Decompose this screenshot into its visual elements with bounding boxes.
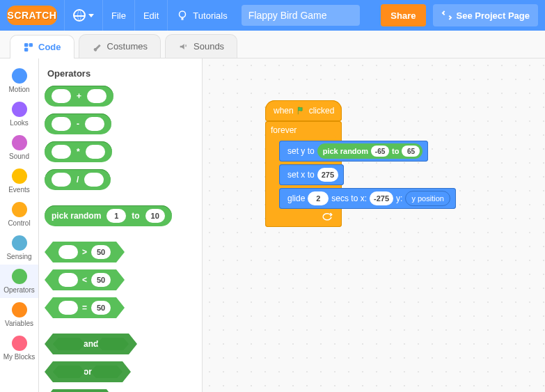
category-label: My Blocks: [3, 353, 35, 361]
brush-icon: [92, 41, 103, 52]
block-label: to: [389, 147, 402, 155]
top-menu-bar: SCRATCH File Edit Tutorials Share See Pr…: [0, 0, 545, 31]
category-sensing[interactable]: Sensing: [0, 231, 38, 265]
green-flag-icon: [297, 105, 306, 116]
number-input[interactable]: 65: [402, 146, 420, 157]
category-operators[interactable]: Operators: [0, 265, 38, 298]
operator-or-block[interactable]: or: [53, 361, 123, 382]
set-y-block[interactable]: set y to pick random -65 to 65: [279, 141, 428, 162]
block-label: glide: [285, 194, 308, 203]
number-input[interactable]: -65: [371, 146, 389, 157]
y-position-reporter[interactable]: y position: [405, 191, 450, 206]
operator-equals-block[interactable]: =50: [53, 297, 116, 318]
category-label: Variables: [5, 320, 33, 327]
number-input[interactable]: 275: [317, 168, 338, 182]
forever-block[interactable]: forever set y to pick random -65 to 65 s…: [265, 121, 342, 227]
pick-random-reporter[interactable]: pick random -65 to 65: [317, 143, 423, 159]
category-looks[interactable]: Looks: [0, 97, 38, 131]
operator-not-block[interactable]: not: [53, 389, 106, 392]
file-menu[interactable]: File: [102, 0, 134, 31]
number-input[interactable]: -275: [370, 191, 393, 205]
sound-icon: [178, 41, 189, 52]
tab-costumes-label: Costumes: [107, 41, 148, 52]
operator-greater-than-block[interactable]: >50: [53, 242, 116, 262]
caret-down-icon: [88, 14, 94, 17]
tab-code-label: Code: [38, 42, 61, 52]
category-my-blocks[interactable]: My Blocks: [0, 331, 38, 365]
hat-clicked-label: clicked: [309, 106, 335, 116]
block-category-strip: Motion Looks Sound Events Control Sensin…: [0, 58, 39, 392]
category-label: Sound: [9, 152, 29, 160]
share-button[interactable]: Share: [381, 4, 425, 26]
when-flag-clicked-block[interactable]: when clicked: [265, 100, 342, 121]
tutorials-button[interactable]: Tutorials: [167, 0, 235, 31]
block-label: set y to: [285, 146, 317, 156]
edit-menu[interactable]: Edit: [134, 0, 167, 31]
operator-divide-block[interactable]: /: [45, 169, 111, 190]
project-name-input[interactable]: [242, 5, 360, 26]
operator-less-than-block[interactable]: <50: [53, 269, 116, 290]
globe-icon: [73, 9, 86, 22]
lightbulb-icon: [176, 9, 189, 22]
operator-subtract-block[interactable]: -: [45, 113, 111, 134]
category-sound[interactable]: Sound: [0, 131, 38, 164]
tab-costumes[interactable]: Costumes: [79, 34, 161, 58]
loop-arrow-icon: [321, 212, 333, 224]
see-project-label: See Project Page: [457, 10, 530, 21]
set-x-block[interactable]: set x to 275: [279, 164, 344, 185]
block-label: y:: [393, 194, 405, 203]
operator-multiply-block[interactable]: *: [45, 141, 112, 162]
category-label: Sensing: [6, 253, 31, 260]
operator-pick-random-block[interactable]: pick random1to10: [45, 205, 172, 226]
scripts-canvas[interactable]: when clicked forever set y to pick rando…: [203, 58, 545, 392]
category-motion[interactable]: Motion: [0, 64, 38, 97]
svg-rect-5: [24, 47, 28, 51]
tab-code[interactable]: Code: [10, 35, 74, 58]
tab-sounds-label: Sounds: [193, 41, 224, 52]
category-events[interactable]: Events: [0, 164, 38, 198]
block-palette: Operators + - * / pick random1to10 >50 <…: [39, 58, 203, 392]
svg-point-0: [180, 11, 186, 17]
category-label: Operators: [3, 286, 34, 294]
scratch-logo[interactable]: SCRATCH: [7, 6, 57, 25]
tab-sounds[interactable]: Sounds: [165, 34, 237, 58]
script-stack[interactable]: when clicked forever set y to pick rando…: [265, 100, 342, 227]
editor-tabs: Code Costumes Sounds: [0, 31, 545, 58]
language-menu[interactable]: [64, 0, 102, 31]
block-label: set x to: [285, 170, 317, 180]
glide-block[interactable]: glide 2 secs to x: -275 y: y position: [279, 188, 456, 209]
category-variables[interactable]: Variables: [0, 298, 38, 331]
see-project-page-button[interactable]: See Project Page: [433, 4, 539, 26]
operator-add-block[interactable]: +: [45, 86, 113, 107]
svg-rect-4: [29, 43, 33, 47]
block-label: pick random: [320, 147, 371, 155]
hat-when-label: when: [274, 106, 294, 116]
swap-icon: [441, 10, 452, 21]
code-icon: [23, 42, 34, 53]
number-input[interactable]: 2: [308, 191, 329, 205]
block-label: secs to x:: [329, 194, 370, 203]
tutorials-label: Tutorials: [193, 10, 227, 21]
category-control[interactable]: Control: [0, 198, 38, 231]
category-label: Motion: [8, 86, 29, 93]
svg-rect-3: [24, 43, 28, 47]
operator-and-block[interactable]: and: [53, 334, 129, 354]
category-label: Looks: [10, 119, 29, 127]
palette-title: Operators: [47, 68, 196, 79]
forever-label: forever: [271, 125, 297, 135]
category-label: Events: [8, 186, 30, 194]
category-label: Control: [8, 219, 30, 227]
